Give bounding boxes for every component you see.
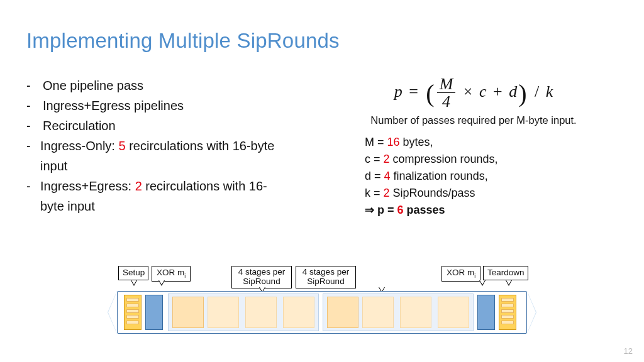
highlight-number: 6 xyxy=(397,204,404,216)
highlight-number: 5 xyxy=(118,139,125,153)
stage-sipround xyxy=(438,297,469,328)
label-siprounds: 4 stages per SipRound xyxy=(231,266,292,288)
sub-bullet-item: - Ingress+Egress: 2 recirculations with … xyxy=(26,176,279,216)
pipeline-diagram: Setup XOR mi 4 stages per SipRound 4 sta… xyxy=(117,266,527,335)
pointer-icon xyxy=(158,280,165,286)
parameter-list: M = 16 bytes, c = 2 compression rounds, … xyxy=(365,134,621,219)
stage-group xyxy=(323,293,474,331)
label-xor: XOR mi xyxy=(152,266,191,282)
formula-caption: Number of passes required per M-byte inp… xyxy=(326,114,621,126)
highlight-number: 2 xyxy=(135,179,142,193)
highlight-number: 2 xyxy=(384,187,390,199)
stage-xor xyxy=(477,295,495,330)
stage-sipround xyxy=(362,297,394,328)
highlight-number: 4 xyxy=(384,170,391,182)
formula-panel: p = (M4 × c + d) / k Number of passes re… xyxy=(326,75,621,219)
pipeline-chassis xyxy=(117,291,527,334)
page-number: 12 xyxy=(624,346,633,356)
param-row: M = 16 bytes, xyxy=(365,134,621,151)
pointer-icon xyxy=(131,280,137,286)
sub-bullet-item: - Ingress-Only: 5 recirculations with 16… xyxy=(26,136,279,176)
stage-setup xyxy=(124,295,142,330)
highlight-number: 2 xyxy=(384,153,390,165)
arrow-left-icon xyxy=(108,291,117,334)
param-row: c = 2 compression rounds, xyxy=(365,151,621,168)
param-result: ⇒ p = 6 passes xyxy=(365,202,621,219)
label-siprounds: 4 stages per SipRound xyxy=(296,266,356,288)
bullet-text: Ingress+Egress pipelines xyxy=(43,96,184,116)
stage-sipround xyxy=(208,297,239,328)
param-row: k = 2 SipRounds/pass xyxy=(365,185,621,202)
formula: p = (M4 × c + d) / k xyxy=(326,75,621,111)
stage-sipround xyxy=(327,297,358,328)
stage-group xyxy=(168,293,319,331)
pointer-icon xyxy=(479,280,486,286)
arrow-right-icon xyxy=(527,291,536,334)
param-row: d = 4 finalization rounds, xyxy=(365,168,621,185)
label-teardown: Teardown xyxy=(483,266,528,280)
stage-sipround xyxy=(245,297,277,328)
label-setup: Setup xyxy=(118,266,148,280)
stage-sipround xyxy=(283,297,314,328)
bullet-list: -One pipeline pass -Ingress+Egress pipel… xyxy=(26,75,279,216)
bullet-text: Recirculation xyxy=(43,116,116,136)
slide: Implementing Multiple SipRounds -One pip… xyxy=(0,0,644,362)
label-xor: XOR mi xyxy=(441,266,480,282)
stage-xor xyxy=(145,295,163,330)
pipeline-labels: Setup XOR mi 4 stages per SipRound 4 sta… xyxy=(117,266,527,291)
slide-title: Implementing Multiple SipRounds xyxy=(26,29,340,53)
bullet-text: One pipeline pass xyxy=(43,75,143,96)
stage-sipround xyxy=(172,297,204,328)
pointer-icon xyxy=(506,280,512,286)
highlight-number: 16 xyxy=(387,136,400,148)
bullet-text: Ingress-Only: 5 recirculations with 16-b… xyxy=(40,136,279,176)
stage-sipround xyxy=(400,297,431,328)
bullet-item: -One pipeline pass xyxy=(26,75,279,96)
bullet-text: Ingress+Egress: 2 recirculations with 16… xyxy=(40,176,279,216)
bullet-item: -Ingress+Egress pipelines xyxy=(26,96,279,116)
bullet-item: -Recirculation xyxy=(26,116,279,136)
stage-teardown xyxy=(499,295,516,330)
